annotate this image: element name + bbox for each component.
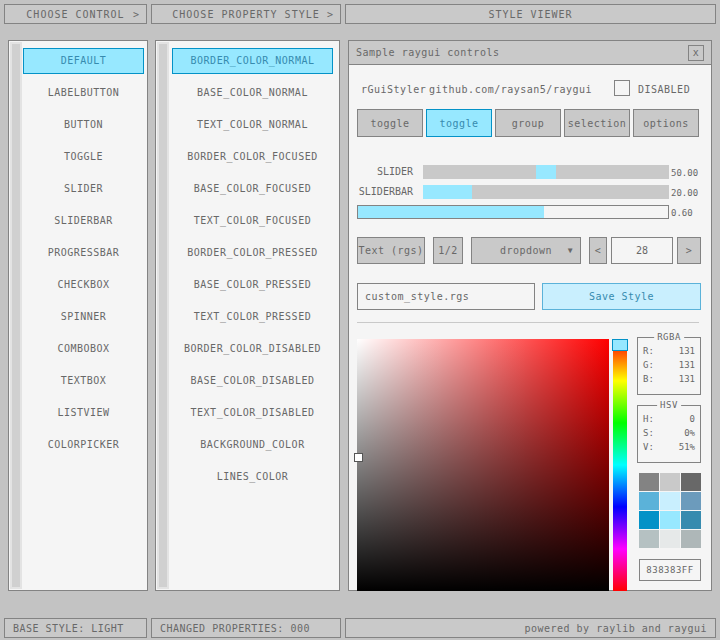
save-style-button[interactable]: Save Style: [542, 283, 701, 310]
spinner-increment-button[interactable]: >: [677, 237, 701, 264]
control-item-textbox[interactable]: TEXTBOX: [23, 368, 144, 394]
property-item-base-color-normal[interactable]: BASE_COLOR_NORMAL: [172, 80, 333, 106]
scrollbar-thumb[interactable]: [12, 44, 20, 587]
control-item-toggle[interactable]: TOGGLE: [23, 144, 144, 170]
breadcrumb-label: CHOOSE PROPERTY STYLE: [172, 9, 319, 20]
rgba-b-label: B:: [643, 374, 654, 384]
slider[interactable]: [423, 165, 669, 179]
palette-swatch[interactable]: [681, 530, 701, 548]
property-item-text-color-normal[interactable]: TEXT_COLOR_NORMAL: [172, 112, 333, 138]
property-item-text-color-pressed[interactable]: TEXT_COLOR_PRESSED: [172, 304, 333, 330]
palette-swatch[interactable]: [639, 473, 659, 491]
property-item-text-color-focused[interactable]: TEXT_COLOR_FOCUSED: [172, 208, 333, 234]
window-titlebar[interactable]: Sample raygui controls x: [349, 41, 711, 65]
property-item-border-color-focused[interactable]: BORDER_COLOR_FOCUSED: [172, 144, 333, 170]
repo-link[interactable]: github.com/raysan5/raygui: [429, 84, 592, 95]
properties-scrollbar[interactable]: [157, 42, 169, 589]
hsv-row-v: V: 51%: [638, 442, 700, 452]
controls-scrollbar[interactable]: [10, 42, 22, 589]
hue-bar[interactable]: [613, 339, 627, 591]
slider-label: SLIDER: [349, 166, 413, 178]
property-item-base-color-pressed[interactable]: BASE_COLOR_PRESSED: [172, 272, 333, 298]
spinner-decrement-button[interactable]: <: [589, 237, 607, 264]
breadcrumb-choose-control: CHOOSE CONTROL >: [4, 4, 147, 24]
property-item-border-color-disabled[interactable]: BORDER_COLOR_DISABLED: [172, 336, 333, 362]
chevron-down-icon: ▼: [568, 246, 573, 255]
palette-swatch[interactable]: [639, 530, 659, 548]
rgba-row-r: R: 131: [638, 346, 700, 356]
hsv-v-value: 51%: [679, 442, 695, 452]
dropdown-box[interactable]: dropdown ▼: [471, 237, 581, 264]
progressbar: [357, 205, 669, 219]
slider-handle[interactable]: [536, 165, 556, 179]
hsv-h-value: 0: [690, 414, 695, 424]
property-item-background-color[interactable]: BACKGROUND_COLOR: [172, 432, 333, 458]
sliderbar-fill: [423, 185, 472, 199]
hsv-row-h: H: 0: [638, 414, 700, 424]
rgba-row-b: B: 131: [638, 374, 700, 384]
hsv-s-value: 0%: [684, 428, 695, 438]
property-item-base-color-disabled[interactable]: BASE_COLOR_DISABLED: [172, 368, 333, 394]
control-item-listview[interactable]: LISTVIEW: [23, 400, 144, 426]
half-size-button[interactable]: 1/2: [433, 237, 463, 264]
property-item-lines-color[interactable]: LINES_COLOR: [172, 464, 333, 490]
close-icon[interactable]: x: [688, 45, 704, 61]
breadcrumb-choose-property-style: CHOOSE PROPERTY STYLE >: [151, 4, 341, 24]
control-item-labelbutton[interactable]: LABELBUTTON: [23, 80, 144, 106]
property-item-border-color-pressed[interactable]: BORDER_COLOR_PRESSED: [172, 240, 333, 266]
toggle-group-item-0[interactable]: toggle: [357, 109, 423, 137]
color-picker-cursor[interactable]: [355, 454, 362, 461]
palette-swatch[interactable]: [639, 511, 659, 529]
control-item-slider[interactable]: SLIDER: [23, 176, 144, 202]
divider: [357, 322, 699, 323]
property-item-text-color-disabled[interactable]: TEXT_COLOR_DISABLED: [172, 400, 333, 426]
palette-swatch[interactable]: [639, 492, 659, 510]
color-picker-panel[interactable]: [357, 339, 609, 591]
control-item-spinner[interactable]: SPINNER: [23, 304, 144, 330]
control-item-combobox[interactable]: COMBOBOX: [23, 336, 144, 362]
sliderbar[interactable]: [423, 185, 669, 199]
palette-swatch[interactable]: [660, 473, 680, 491]
property-item-border-color-normal[interactable]: BORDER_COLOR_NORMAL: [172, 48, 333, 74]
palette-swatch[interactable]: [681, 473, 701, 491]
style-filename-input[interactable]: custom_style.rgs: [357, 283, 535, 310]
rgba-r-label: R:: [643, 346, 654, 356]
hsv-title: HSV: [657, 400, 681, 410]
rgba-title: RGBA: [654, 332, 684, 342]
control-item-sliderbar[interactable]: SLIDERBAR: [23, 208, 144, 234]
styler-label: rGuiStyler: [361, 84, 426, 95]
control-item-button[interactable]: BUTTON: [23, 112, 144, 138]
scrollbar-thumb[interactable]: [159, 44, 167, 587]
rgba-r-value: 131: [679, 346, 695, 356]
toggle-group-item-2[interactable]: group: [495, 109, 561, 137]
status-base-style: BASE STYLE: LIGHT: [4, 618, 147, 638]
disabled-checkbox-label: DISABLED: [638, 84, 690, 95]
palette-swatch[interactable]: [681, 492, 701, 510]
rgba-row-g: G: 131: [638, 360, 700, 370]
property-item-base-color-focused[interactable]: BASE_COLOR_FOCUSED: [172, 176, 333, 202]
toggle-group-item-3[interactable]: selection: [564, 109, 630, 137]
disabled-checkbox[interactable]: [614, 80, 630, 96]
control-item-progressbar[interactable]: PROGRESSBAR: [23, 240, 144, 266]
toggle-group-item-1[interactable]: toggle: [426, 109, 492, 137]
control-item-colorpicker[interactable]: COLORPICKER: [23, 432, 144, 458]
palette-swatch[interactable]: [681, 511, 701, 529]
status-powered-by: powered by raylib and raygui: [345, 618, 716, 638]
rgba-b-value: 131: [679, 374, 695, 384]
toggle-group-item-4[interactable]: options: [633, 109, 699, 137]
properties-items: BORDER_COLOR_NORMAL BASE_COLOR_NORMAL TE…: [172, 48, 333, 496]
hex-color-input[interactable]: 838383FF: [639, 559, 701, 581]
control-item-checkbox[interactable]: CHECKBOX: [23, 272, 144, 298]
palette-swatch[interactable]: [660, 530, 680, 548]
breadcrumb-label: CHOOSE CONTROL: [26, 9, 124, 20]
window-title: Sample raygui controls: [356, 47, 499, 58]
hue-bar-handle[interactable]: [612, 339, 628, 351]
control-item-default[interactable]: DEFAULT: [23, 48, 144, 74]
chevron-right-icon: >: [133, 9, 139, 20]
hsv-row-s: S: 0%: [638, 428, 700, 438]
text-rgs-button[interactable]: Text (rgs): [357, 237, 425, 264]
palette-swatch[interactable]: [660, 492, 680, 510]
spinner-value-box[interactable]: 28: [611, 237, 673, 264]
rguistyler-app: CHOOSE CONTROL > CHOOSE PROPERTY STYLE >…: [0, 0, 720, 640]
palette-swatch[interactable]: [660, 511, 680, 529]
